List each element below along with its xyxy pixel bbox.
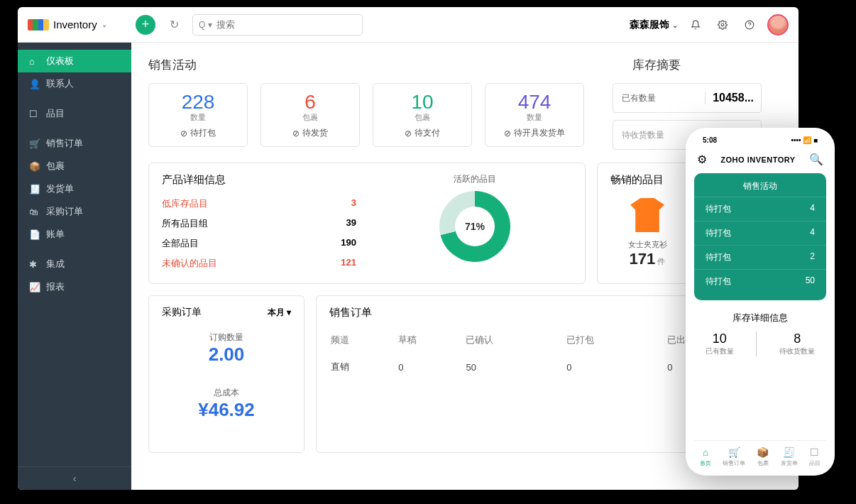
panel-title: 产品详细信息: [162, 173, 356, 187]
product-detail-row[interactable]: 全部品目190: [162, 234, 356, 253]
mobile-nav-item[interactable]: ⌂首页: [700, 447, 711, 467]
app-window: Inventory ⌄ + ↻ Q ▾ 森森服饰 ⌄ ⌂仪表板👤联系人☐品目🛒销…: [18, 7, 799, 490]
stat-status: ⊘待开具发货单: [491, 127, 578, 139]
mobile-activity-row[interactable]: 待打包4: [694, 197, 826, 221]
mobile-activity-row[interactable]: 待打包50: [694, 269, 826, 293]
mobile-title: ZOHO INVENTORY: [720, 155, 795, 164]
sidebar-item-label: 包裹: [46, 160, 65, 172]
mobile-activity-row[interactable]: 待打包2: [694, 245, 826, 269]
sidebar-item-label: 集成: [46, 258, 65, 270]
search-icon[interactable]: 🔍: [809, 153, 823, 166]
help-icon[interactable]: [740, 16, 759, 34]
stat-number: 10: [379, 91, 466, 114]
stat-card[interactable]: 474 数量 ⊘待开具发货单: [485, 83, 584, 147]
svg-point-0: [721, 23, 724, 26]
settings-icon[interactable]: ⚙: [697, 153, 707, 166]
nav-icon: 📦: [757, 447, 769, 458]
search-bar[interactable]: Q ▾: [192, 14, 363, 35]
mobile-stat: 10已有数量: [706, 332, 734, 356]
chevron-down-icon: ⌄: [672, 21, 678, 29]
purchase-orders-panel: 采购订单 本月 ▾ 订购数量 2.00 总成本 ¥46.92: [148, 295, 304, 453]
column-header: 已打包: [566, 328, 666, 352]
active-items-donut: 71%: [439, 191, 510, 262]
mobile-nav-item[interactable]: ☐品目: [809, 447, 821, 467]
product-detail-row[interactable]: 所有品目组39: [162, 214, 356, 234]
column-header: 频道: [331, 328, 397, 352]
stat-status: ⊘待发货: [267, 127, 353, 139]
chevron-down-icon: ⌄: [101, 21, 107, 28]
sidebar-item-user[interactable]: 👤联系人: [18, 72, 131, 95]
grid-icon: ✱: [29, 259, 39, 270]
sidebar-item-label: 仪表板: [46, 55, 74, 67]
circle-icon: ⊘: [405, 128, 412, 138]
search-scope[interactable]: Q ▾: [199, 20, 212, 30]
sidebar-item-doc[interactable]: 🧾发货单: [18, 177, 131, 200]
nav-icon: ⌂: [700, 447, 711, 458]
mobile-activity-row[interactable]: 待打包4: [694, 221, 826, 245]
circle-icon: ⊘: [292, 128, 300, 138]
sidebar-item-label: 联系人: [46, 77, 74, 90]
product-switcher[interactable]: Inventory ⌄: [28, 18, 127, 31]
sidebar-item-label: 品目: [46, 107, 65, 120]
box-icon: ☐: [29, 109, 39, 119]
collapse-sidebar-button[interactable]: ‹: [18, 466, 131, 490]
product-detail-row[interactable]: 低库存品目3: [162, 194, 356, 214]
product-image: [626, 194, 669, 236]
settings-icon[interactable]: [713, 16, 732, 34]
sidebar-item-package[interactable]: 📦包裹: [18, 155, 131, 177]
column-header: 已确认: [466, 328, 565, 352]
product-detail-row[interactable]: 未确认的品目121: [162, 253, 356, 273]
user-avatar[interactable]: [767, 14, 789, 35]
column-header: 草稿: [398, 328, 464, 352]
stat-card[interactable]: 228 数量 ⊘待打包: [148, 83, 248, 147]
zoho-logo-icon: [28, 19, 49, 31]
mobile-nav-item[interactable]: 🛒销售订单: [723, 447, 745, 467]
stat-unit: 包裹: [267, 112, 353, 123]
mobile-nav-item[interactable]: 🧾发货单: [781, 447, 798, 467]
chart-icon: 📈: [29, 282, 39, 292]
search-input[interactable]: [212, 19, 356, 30]
product-details-panel: 产品详细信息 低库存品目3所有品目组39全部品目190未确认的品目121 活跃的…: [148, 163, 586, 284]
sidebar-item-box[interactable]: ☐品目: [18, 102, 131, 125]
org-switcher[interactable]: 森森服饰 ⌄: [630, 18, 678, 31]
sidebar-item-bag[interactable]: 🛍采购订单: [18, 200, 131, 223]
bag-icon: 🛍: [29, 207, 39, 217]
circle-icon: ⊘: [504, 128, 511, 138]
mobile-preview: 5:08•••• 📶 ■ ⚙ ZOHO INVENTORY 🔍 销售活动 待打包…: [686, 128, 835, 476]
sidebar-item-label: 采购订单: [46, 205, 83, 218]
user-icon: 👤: [29, 79, 39, 89]
panel-title: 采购订单: [162, 306, 202, 319]
notifications-icon[interactable]: [686, 16, 705, 34]
phone-statusbar: 5:08•••• 📶 ■: [694, 135, 826, 146]
stat-unit: 数量: [155, 112, 241, 123]
stat-card[interactable]: 10 包裹 ⊘待支付: [373, 83, 472, 147]
table-cell: 0: [566, 354, 666, 380]
quick-create-button[interactable]: +: [136, 15, 155, 35]
qty-in-hand-value: 10458...: [705, 92, 761, 104]
nav-icon: 🧾: [781, 447, 798, 458]
sidebar-item-label: 销售订单: [46, 137, 83, 150]
mobile-nav-item[interactable]: 📦包裹: [757, 447, 769, 467]
mobile-sales-card: 销售活动 待打包4待打包4待打包2待打包50: [694, 173, 826, 300]
sidebar-item-label: 报表: [46, 280, 65, 293]
po-cost-value: ¥46.92: [162, 399, 291, 421]
best-seller-item[interactable]: 女士夹克衫 171 件: [610, 194, 684, 268]
stat-unit: 包裹: [379, 112, 466, 123]
mobile-detail-title: 库存详细信息: [694, 312, 826, 324]
sidebar-item-chart[interactable]: 📈报表: [18, 275, 131, 298]
sidebar-item-cart[interactable]: 🛒销售订单: [18, 132, 131, 155]
donut-title: 活跃的品目: [378, 173, 572, 185]
history-icon[interactable]: ↻: [164, 15, 184, 35]
sidebar-item-label: 发货单: [46, 182, 74, 195]
stat-number: 474: [491, 91, 578, 114]
qty-in-hand-row: 已有数量 10458...: [613, 83, 762, 113]
qty-in-hand-label: 已有数量: [613, 92, 705, 104]
donut-percent: 71%: [439, 191, 510, 262]
sales-activity-title: 销售活动: [148, 57, 569, 73]
topbar: Inventory ⌄ + ↻ Q ▾ 森森服饰 ⌄: [18, 7, 799, 43]
sidebar-item-grid[interactable]: ✱集成: [18, 253, 131, 275]
period-select[interactable]: 本月 ▾: [268, 307, 291, 319]
stat-card[interactable]: 6 包裹 ⊘待发货: [260, 83, 360, 147]
sidebar-item-home[interactable]: ⌂仪表板: [18, 50, 131, 72]
sidebar-item-file[interactable]: 📄账单: [18, 223, 131, 246]
